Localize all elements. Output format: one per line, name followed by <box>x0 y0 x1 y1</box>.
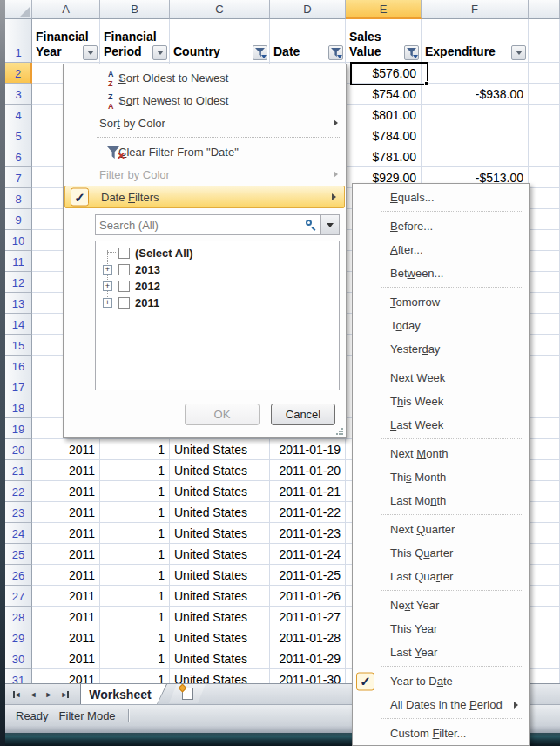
cell-F6[interactable] <box>422 146 529 167</box>
cell-G16[interactable] <box>529 356 560 376</box>
cell-A30[interactable]: 2011 <box>32 648 100 669</box>
row-header-28[interactable]: 28 <box>5 607 32 627</box>
cell-A22[interactable]: 2011 <box>32 481 100 502</box>
row-header-8[interactable]: 8 <box>5 188 32 209</box>
column-header-E[interactable]: E <box>346 0 422 19</box>
row-header-7[interactable]: 7 <box>5 167 32 188</box>
resize-grip[interactable] <box>335 427 344 436</box>
cell-G25[interactable] <box>529 544 560 565</box>
cell-F5[interactable] <box>422 125 529 146</box>
cell-A21[interactable]: 2011 <box>32 460 100 481</box>
cell-C22[interactable]: United States <box>170 481 270 502</box>
cell-E6[interactable]: $781.00 <box>346 146 422 167</box>
row-header-18[interactable]: 18 <box>5 397 32 418</box>
submenu-item-this-month[interactable]: This Month <box>353 465 529 489</box>
cell-F4[interactable] <box>422 105 529 125</box>
cell-D29[interactable]: 2011-01-28 <box>270 627 346 648</box>
submenu-item-year-to-date[interactable]: ✓Year to Date <box>353 669 529 693</box>
cell-G1[interactable] <box>529 19 560 63</box>
column-header-C[interactable]: C <box>170 0 270 19</box>
expander-plus-icon[interactable]: + <box>103 281 112 291</box>
row-header-20[interactable]: 20 <box>5 439 32 460</box>
cell-C1[interactable]: Country <box>170 19 270 63</box>
row-header-24[interactable]: 24 <box>5 523 32 544</box>
submenu-item-before[interactable]: Before... <box>353 214 529 238</box>
menu-item-sort-by-color[interactable]: Sort by Color <box>64 112 346 134</box>
submenu-item-last-year[interactable]: Last Year <box>353 641 529 664</box>
row-header-25[interactable]: 25 <box>5 544 32 565</box>
cell-G4[interactable] <box>529 105 560 125</box>
cell-D21[interactable]: 2011-01-20 <box>270 460 346 481</box>
row-header-12[interactable]: 12 <box>5 272 32 293</box>
row-header-14[interactable]: 14 <box>5 314 32 335</box>
submenu-item-last-month[interactable]: Last Month <box>353 489 529 512</box>
cell-G29[interactable] <box>529 627 560 648</box>
cell-G23[interactable] <box>529 502 560 523</box>
cell-G31[interactable] <box>529 669 560 683</box>
submenu-item-next-month[interactable]: Next Month <box>353 442 529 465</box>
cell-F1[interactable]: Expenditure <box>422 19 529 63</box>
cell-G18[interactable] <box>529 397 560 418</box>
menu-item-sort-oldest-to-newest[interactable]: AZ↓Sort Oldest to Newest <box>64 66 346 89</box>
cell-B24[interactable]: 1 <box>100 523 170 544</box>
row-header-4[interactable]: 4 <box>5 105 32 125</box>
cell-B22[interactable]: 1 <box>100 481 170 502</box>
cell-C20[interactable]: United States <box>170 439 270 460</box>
column-header-F[interactable]: F <box>422 0 529 19</box>
cell-D26[interactable]: 2011-01-25 <box>270 565 346 586</box>
row-header-10[interactable]: 10 <box>5 230 32 251</box>
row-header-5[interactable]: 5 <box>5 125 32 146</box>
submenu-item-custom-filter[interactable]: Custom Filter... <box>353 722 529 745</box>
next-sheet-button[interactable]: ► <box>42 687 56 702</box>
cell-G13[interactable] <box>529 293 560 314</box>
last-sheet-button[interactable]: ► <box>57 687 71 702</box>
tree-item-selectall[interactable]: (Select All) <box>96 245 339 261</box>
row-header-30[interactable]: 30 <box>5 648 32 669</box>
expander-plus-icon[interactable]: + <box>103 298 112 308</box>
submenu-item-last-week[interactable]: Last Week <box>353 413 529 437</box>
cell-D31[interactable]: 2011-01-30 <box>270 669 346 683</box>
cell-C21[interactable]: United States <box>170 460 270 481</box>
filter-button-D[interactable] <box>328 45 343 60</box>
select-all-corner[interactable] <box>5 0 32 19</box>
cell-D28[interactable]: 2011-01-27 <box>270 607 346 627</box>
cell-G14[interactable] <box>529 314 560 335</box>
checkbox-unchecked[interactable] <box>118 264 130 275</box>
submenu-item-next-year[interactable]: Next Year <box>353 593 529 617</box>
checkbox-unchecked[interactable] <box>118 248 130 259</box>
row-header-19[interactable]: 19 <box>5 418 32 439</box>
cell-E5[interactable]: $784.00 <box>346 125 422 146</box>
cell-C28[interactable]: United States <box>170 607 270 627</box>
cell-G2[interactable] <box>529 63 560 84</box>
cell-A20[interactable]: 2011 <box>32 439 100 460</box>
submenu-item-between[interactable]: Between... <box>353 261 529 285</box>
row-header-16[interactable]: 16 <box>5 356 32 376</box>
column-header-A[interactable]: A <box>32 0 100 19</box>
cell-D1[interactable]: Date <box>270 19 346 63</box>
submenu-item-next-week[interactable]: Next Week <box>353 366 529 390</box>
cell-A26[interactable]: 2011 <box>32 565 100 586</box>
row-header-27[interactable]: 27 <box>5 586 32 607</box>
checkbox-unchecked[interactable] <box>118 297 130 309</box>
cell-B30[interactable]: 1 <box>100 648 170 669</box>
submenu-item-yesterday[interactable]: Yesterday <box>353 337 529 361</box>
cell-B26[interactable]: 1 <box>100 565 170 586</box>
cell-G9[interactable] <box>529 209 560 230</box>
cell-B29[interactable]: 1 <box>100 627 170 648</box>
cell-G5[interactable] <box>529 125 560 146</box>
cell-A24[interactable]: 2011 <box>32 523 100 544</box>
cell-G26[interactable] <box>529 565 560 586</box>
submenu-item-next-quarter[interactable]: Next Quarter <box>353 518 529 541</box>
cell-D22[interactable]: 2011-01-21 <box>270 481 346 502</box>
checkbox-unchecked[interactable] <box>118 281 130 292</box>
cell-C29[interactable]: United States <box>170 627 270 648</box>
cell-G10[interactable] <box>529 230 560 251</box>
cell-A27[interactable]: 2011 <box>32 586 100 607</box>
submenu-item-tomorrow[interactable]: Tomorrow <box>353 290 529 314</box>
tab-worksheet[interactable]: Worksheet <box>80 684 167 705</box>
cell-E3[interactable]: $754.00 <box>346 84 422 105</box>
cell-A23[interactable]: 2011 <box>32 502 100 523</box>
filter-button-E[interactable] <box>404 45 419 60</box>
first-sheet-button[interactable]: ◄ <box>10 687 24 702</box>
filter-button-F[interactable] <box>511 45 526 60</box>
